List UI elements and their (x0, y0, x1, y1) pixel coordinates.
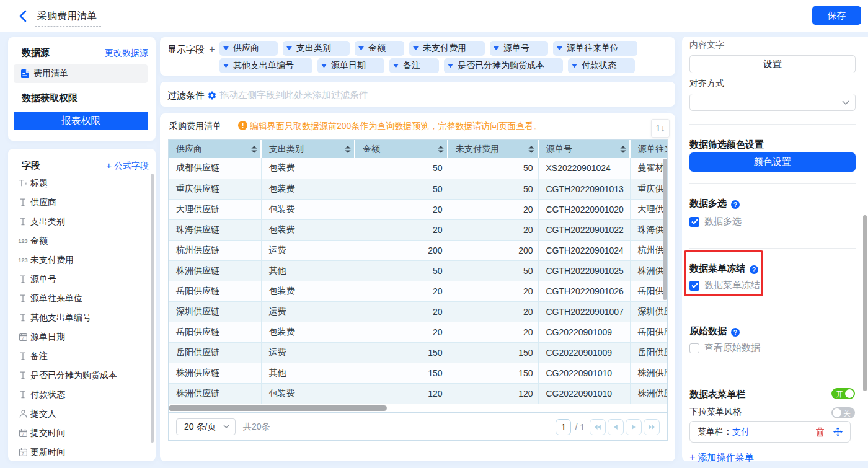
svg-text:7: 7 (22, 336, 24, 340)
svg-text:7: 7 (22, 451, 24, 456)
svg-text:7: 7 (22, 432, 24, 436)
